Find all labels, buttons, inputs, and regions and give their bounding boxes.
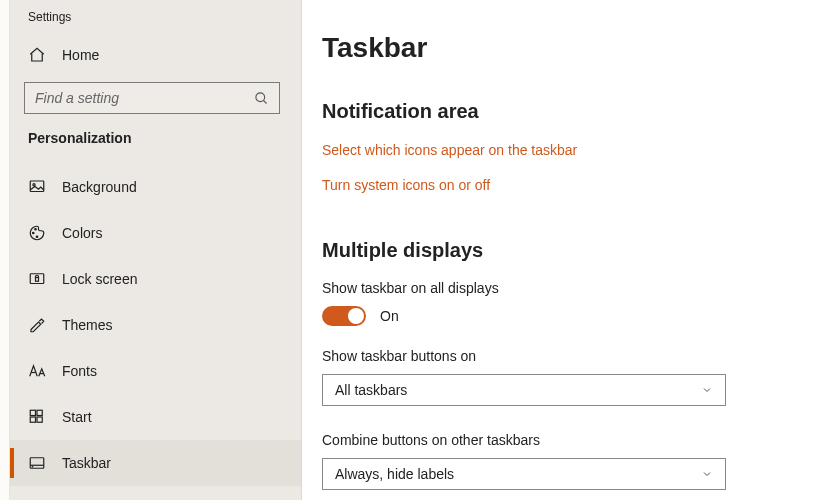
- label-combine-buttons: Combine buttons on other taskbars: [322, 432, 796, 448]
- label-show-taskbar-all: Show taskbar on all displays: [322, 280, 796, 296]
- sidebar-item-label: Start: [62, 409, 92, 425]
- nav-home-label: Home: [62, 47, 99, 63]
- svg-rect-10: [30, 417, 35, 422]
- sidebar: Settings Home Personalization: [10, 0, 302, 500]
- section-heading: Notification area: [322, 100, 796, 123]
- svg-point-5: [36, 236, 38, 238]
- lockscreen-icon: [28, 270, 50, 288]
- svg-rect-11: [37, 417, 42, 422]
- nav-home[interactable]: Home: [10, 38, 301, 72]
- section-notification-area: Notification area Select which icons app…: [322, 100, 796, 211]
- window-title: Settings: [10, 8, 301, 38]
- toggle-state-text: On: [380, 308, 399, 324]
- chevron-down-icon: [701, 468, 713, 480]
- svg-rect-7: [36, 278, 39, 282]
- taskbar-icon: [28, 454, 50, 472]
- themes-icon: [28, 316, 50, 334]
- sidebar-category: Personalization: [10, 128, 301, 164]
- dropdown-show-buttons-on[interactable]: All taskbars: [322, 374, 726, 406]
- dropdown-value: All taskbars: [335, 382, 407, 398]
- search-input[interactable]: [35, 90, 245, 106]
- background-icon: [28, 178, 50, 196]
- fonts-icon: [28, 362, 50, 380]
- sidebar-item-label: Themes: [62, 317, 113, 333]
- chevron-down-icon: [701, 384, 713, 396]
- sidebar-item-background[interactable]: Background: [10, 164, 301, 210]
- svg-point-3: [33, 232, 35, 234]
- svg-point-4: [35, 229, 37, 231]
- section-heading: Multiple displays: [322, 239, 796, 262]
- sidebar-item-label: Taskbar: [62, 455, 111, 471]
- sidebar-item-label: Lock screen: [62, 271, 137, 287]
- dropdown-combine-buttons[interactable]: Always, hide labels: [322, 458, 726, 490]
- home-icon: [28, 46, 50, 64]
- sidebar-item-themes[interactable]: Themes: [10, 302, 301, 348]
- sidebar-item-start[interactable]: Start: [10, 394, 301, 440]
- sidebar-item-label: Fonts: [62, 363, 97, 379]
- dropdown-value: Always, hide labels: [335, 466, 454, 482]
- label-show-buttons-on: Show taskbar buttons on: [322, 348, 796, 364]
- svg-rect-13: [32, 466, 34, 468]
- svg-rect-8: [30, 410, 35, 415]
- svg-rect-9: [37, 410, 42, 415]
- page-title: Taskbar: [322, 32, 796, 64]
- main-panel: Taskbar Notification area Select which i…: [302, 0, 816, 500]
- sidebar-item-fonts[interactable]: Fonts: [10, 348, 301, 394]
- svg-point-0: [256, 92, 265, 101]
- sidebar-item-colors[interactable]: Colors: [10, 210, 301, 256]
- link-system-icons[interactable]: Turn system icons on or off: [322, 177, 490, 193]
- sidebar-item-lockscreen[interactable]: Lock screen: [10, 256, 301, 302]
- toggle-knob: [348, 308, 364, 324]
- left-edge-strip: [0, 0, 10, 500]
- colors-icon: [28, 224, 50, 242]
- link-select-icons[interactable]: Select which icons appear on the taskbar: [322, 142, 577, 158]
- toggle-show-taskbar-all[interactable]: [322, 306, 366, 326]
- start-icon: [28, 408, 50, 426]
- section-multiple-displays: Multiple displays Show taskbar on all di…: [322, 239, 796, 490]
- search-icon: [254, 91, 269, 106]
- sidebar-item-taskbar[interactable]: Taskbar: [10, 440, 301, 486]
- svg-rect-1: [30, 181, 44, 192]
- sidebar-nav: Background Colors Lock screen: [10, 164, 301, 486]
- sidebar-item-label: Colors: [62, 225, 102, 241]
- search-input-container[interactable]: [24, 82, 280, 114]
- sidebar-item-label: Background: [62, 179, 137, 195]
